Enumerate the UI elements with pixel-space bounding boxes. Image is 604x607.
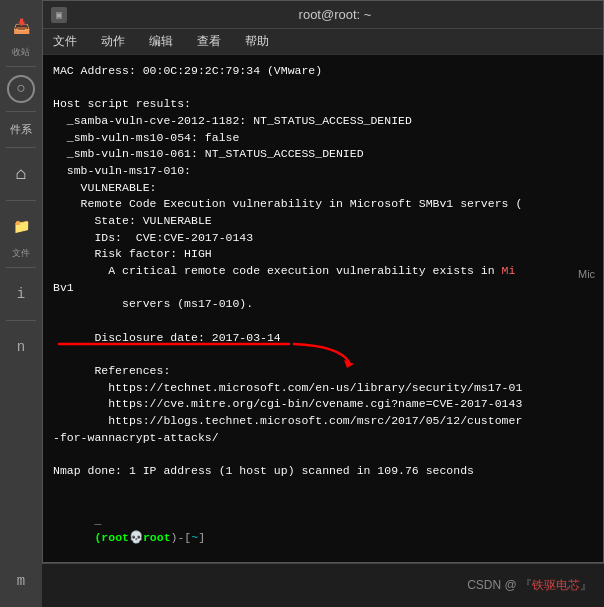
window-title: root@root: ~: [75, 7, 595, 22]
output-disclosure: Disclosure date: 2017-03-14: [53, 330, 593, 347]
output-blank1: [53, 80, 593, 97]
sidebar-item-user[interactable]: ○: [7, 75, 35, 103]
output-risk: Risk factor: HIGH: [53, 246, 593, 263]
output-servers: servers (ms17-010).: [53, 296, 593, 313]
sidebar-label-inbox: 收站: [2, 48, 40, 58]
terminal-output[interactable]: MAC Address: 00:0C:29:2C:79:34 (VMware) …: [43, 55, 603, 562]
output-bv1: Bv1: [53, 280, 593, 297]
sidebar-item-i[interactable]: i: [3, 276, 39, 312]
output-ids: IDs: CVE:CVE-2017-0143: [53, 230, 593, 247]
mic-label: Mic: [578, 268, 595, 280]
menu-help[interactable]: 帮助: [241, 31, 273, 52]
output-mac: MAC Address: 00:0C:29:2C:79:34 (VMware): [53, 63, 593, 80]
output-blank5: [53, 480, 593, 497]
output-ref1: https://technet.microsoft.com/en-us/libr…: [53, 380, 593, 397]
output-nmap: Nmap done: 1 IP address (1 host up) scan…: [53, 463, 593, 480]
output-desc: A critical remote code execution vulnera…: [53, 263, 593, 280]
output-ref3: https://blogs.technet.microsoft.com/msrc…: [53, 413, 593, 430]
menu-file[interactable]: 文件: [49, 31, 81, 52]
sidebar-item-m[interactable]: m: [3, 563, 39, 599]
sidebar-divider-2: [6, 111, 36, 112]
menu-view[interactable]: 查看: [193, 31, 225, 52]
menu-bar: 文件 动作 编辑 查看 帮助: [43, 29, 603, 55]
sidebar-label-files2: 文件: [2, 249, 40, 259]
sidebar-item-inbox[interactable]: 📥: [3, 8, 39, 44]
prompt-line[interactable]: _ (root💀root)-[~]: [53, 496, 593, 562]
output-disclosure-container: Disclosure date: 2017-03-14: [53, 330, 593, 347]
output-ref2: https://cve.mitre.org/cgi-bin/cvename.cg…: [53, 396, 593, 413]
menu-edit[interactable]: 编辑: [145, 31, 177, 52]
output-refs: References:: [53, 363, 593, 380]
prompt-bracket-close: ]: [198, 531, 205, 544]
terminal-icon: ▣: [51, 7, 67, 23]
prompt-skull: 💀: [129, 531, 143, 544]
output-smb061: _smb-vuln-ms10-061: NT_STATUS_ACCESS_DEN…: [53, 146, 593, 163]
output-blank2: [53, 313, 593, 330]
output-smb054: _smb-vuln-ms10-054: false: [53, 130, 593, 147]
prompt-host: root: [143, 531, 171, 544]
output-blank3: [53, 346, 593, 363]
output-state: State: VULNERABLE: [53, 213, 593, 230]
prompt-user: (root: [94, 531, 129, 544]
sidebar-divider-6: [6, 320, 36, 321]
output-samba: _samba-vuln-cve-2012-1182: NT_STATUS_ACC…: [53, 113, 593, 130]
output-rce: Remote Code Execution vulnerability in M…: [53, 196, 593, 213]
sidebar-item-n[interactable]: n: [3, 329, 39, 365]
sidebar-item-home[interactable]: ⌂: [3, 156, 39, 192]
author-name: 铁驱电芯: [532, 578, 580, 592]
sidebar-divider-3: [6, 147, 36, 148]
output-host: Host script results:: [53, 96, 593, 113]
title-bar: ▣ root@root: ~: [43, 1, 603, 29]
sidebar-item-files2[interactable]: 📁: [3, 209, 39, 245]
output-blank4: [53, 446, 593, 463]
output-wannacrypt: -for-wannacrypt-attacks/: [53, 430, 593, 447]
sidebar-divider-4: [6, 200, 36, 201]
menu-action[interactable]: 动作: [97, 31, 129, 52]
output-smb17: smb-vuln-ms17-010:: [53, 163, 593, 180]
sidebar: 📥 收站 ○ 件系 ⌂ 📁 文件 i n m: [0, 0, 42, 607]
status-bar: CSDN @ 『铁驱电芯』: [0, 563, 604, 607]
prompt-bracket-open: )-[: [171, 531, 192, 544]
terminal-window: ▣ root@root: ~ 文件 动作 编辑 查看 帮助 MAC Addres…: [42, 0, 604, 563]
prompt-underscore: _: [94, 514, 108, 527]
sidebar-item-filesys[interactable]: 件系: [3, 120, 39, 139]
csdn-credit: CSDN @ 『铁驱电芯』: [467, 577, 592, 594]
output-vuln: VULNERABLE:: [53, 180, 593, 197]
sidebar-divider-1: [6, 66, 36, 67]
sidebar-divider-5: [6, 267, 36, 268]
